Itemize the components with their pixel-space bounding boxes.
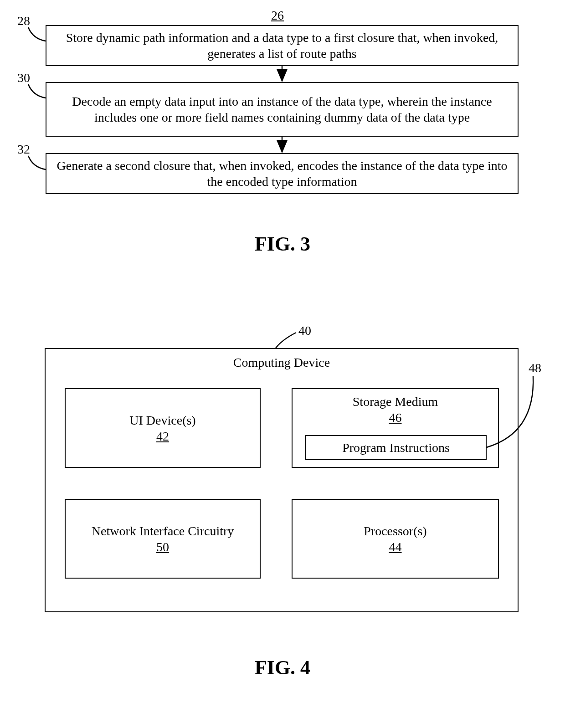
fig4-processors-label: Processor(s) xyxy=(364,523,426,539)
fig4-storage-medium-num: 46 xyxy=(389,410,402,426)
fig3-caption: FIG. 3 xyxy=(0,232,565,256)
fig4-ref-40: 40 xyxy=(298,323,311,338)
fig4-ui-devices-num: 42 xyxy=(156,428,169,444)
fig3-step-3-text: Generate a second closure that, when inv… xyxy=(51,158,513,190)
fig3-step-1-text: Store dynamic path information and a dat… xyxy=(51,30,513,62)
fig4-ref-48: 48 xyxy=(529,361,541,375)
fig4-ui-devices-box: UI Device(s) 42 xyxy=(65,388,261,468)
fig3-step-1-ref: 28 xyxy=(17,14,30,28)
page: 26 Store dynamic path information and a … xyxy=(0,0,565,728)
fig4-processors-box: Processor(s) 44 xyxy=(292,499,499,579)
fig4-computing-device-title: Computing Device xyxy=(233,354,330,370)
fig3-ref-26: 26 xyxy=(271,8,284,23)
fig4-caption: FIG. 4 xyxy=(0,656,565,679)
fig4-ui-devices-label: UI Device(s) xyxy=(129,412,195,428)
fig4-program-instructions-label: Program Instructions xyxy=(342,440,450,456)
fig4-processors-num: 44 xyxy=(389,539,402,555)
fig3-step-2-ref: 30 xyxy=(17,71,30,85)
fig4-network-interface-label: Network Interface Circuitry xyxy=(92,523,234,539)
fig4-program-instructions-box: Program Instructions xyxy=(305,435,487,460)
fig3-step-3-ref: 32 xyxy=(17,142,30,157)
fig4-network-interface-box: Network Interface Circuitry 50 xyxy=(65,499,261,579)
fig3-step-2-box: Decode an empty data input into an insta… xyxy=(46,82,519,137)
fig4-network-interface-num: 50 xyxy=(156,539,169,555)
fig3-step-3-box: Generate a second closure that, when inv… xyxy=(46,153,519,194)
fig3-step-2-text: Decode an empty data input into an insta… xyxy=(51,93,513,125)
fig4-storage-medium-label: Storage Medium xyxy=(353,394,438,410)
fig3-step-1-box: Store dynamic path information and a dat… xyxy=(46,25,519,66)
